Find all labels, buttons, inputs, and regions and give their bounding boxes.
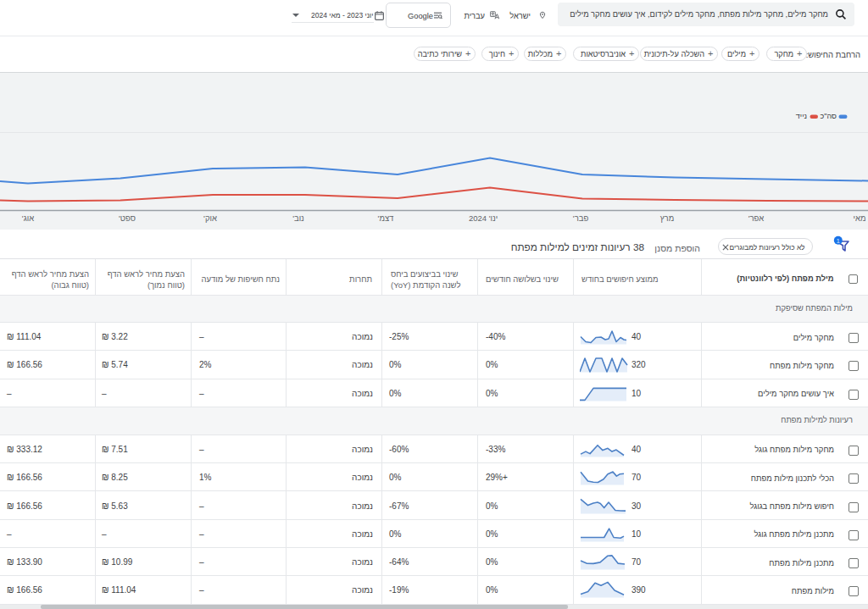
svg-text:1: 1 [837,237,841,245]
